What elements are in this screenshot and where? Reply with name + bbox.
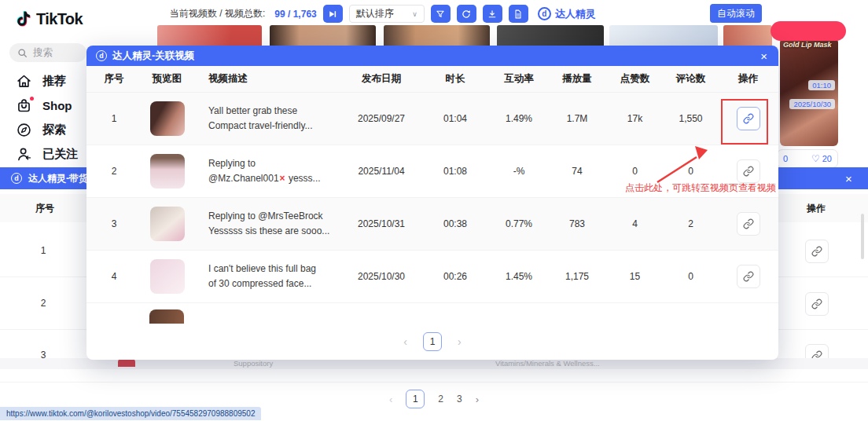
video-thumbnail[interactable] — [723, 25, 772, 46]
duration-badge: 01:10 — [808, 80, 835, 90]
modal-pagination: ‹ 1 › — [86, 324, 778, 360]
video-thumbnail[interactable] — [150, 259, 185, 294]
video-thumbnail[interactable] — [150, 207, 185, 241]
link-icon — [743, 166, 754, 177]
column-index: 序号 — [28, 194, 62, 222]
page-next-button[interactable]: › — [476, 394, 479, 405]
document-icon — [513, 9, 523, 19]
tiktok-logo[interactable]: TikTok — [14, 9, 83, 29]
cell-index: 1 — [86, 113, 142, 124]
date-badge: 2025/10/30 — [789, 99, 835, 109]
sidebar-item-following[interactable]: 已关注 — [0, 142, 86, 167]
search-placeholder: 搜索 — [33, 46, 53, 60]
column-header: 播放量 — [548, 72, 606, 86]
cell-comments: 1,550 — [664, 113, 718, 124]
download-button[interactable] — [483, 5, 502, 23]
sidebar-item-foryou[interactable]: 推荐 — [0, 69, 86, 93]
live-floating-badge[interactable] — [771, 21, 846, 41]
video-thumbnail — [149, 309, 184, 324]
shop-bag-icon — [16, 97, 32, 114]
video-thumbnail[interactable] — [157, 25, 262, 46]
open-video-link-button[interactable] — [737, 159, 760, 183]
cell-engagement: 0.77% — [490, 218, 548, 229]
auto-scroll-button[interactable]: 自动滚动 — [710, 4, 762, 23]
column-header: 序号 — [86, 72, 142, 86]
sidebar-nav: 推荐 Shop 探索 已关注 — [0, 69, 86, 167]
page-prev-button[interactable]: ‹ — [389, 394, 392, 405]
page-prev-button[interactable]: ‹ — [403, 335, 407, 348]
cell-views: 74 — [548, 166, 606, 177]
close-icon[interactable]: × — [845, 172, 852, 185]
refresh-button[interactable] — [457, 5, 476, 23]
close-icon[interactable]: × — [760, 49, 767, 63]
page-next-button[interactable]: › — [458, 335, 462, 348]
plugin-logo-icon: d — [11, 173, 22, 184]
cell-duration: 01:04 — [421, 113, 490, 124]
notification-dot — [30, 97, 34, 101]
search-input[interactable]: 搜索 — [9, 43, 86, 62]
cell-duration: 00:38 — [421, 218, 490, 229]
sidebar-item-explore[interactable]: 探索 — [0, 118, 86, 142]
page-button-active[interactable]: 1 — [423, 332, 442, 351]
cell-likes: 17k — [606, 113, 664, 124]
video-thumbnail[interactable] — [384, 25, 490, 46]
column-header: 预览图 — [142, 72, 193, 86]
plugin-logo-icon: d — [96, 50, 107, 61]
cell-engagement: 1.45% — [490, 271, 548, 282]
skip-forward-icon — [328, 9, 337, 19]
browser-status-bar: https://www.tiktok.com/@korilovestoshop/… — [0, 407, 261, 420]
video-thumbnail[interactable] — [270, 25, 376, 46]
link-icon — [811, 298, 822, 309]
video-thumbnail[interactable] — [150, 101, 185, 136]
page-pagination: ‹ 1 2 3 › — [0, 390, 868, 408]
chevron-down-icon: ∨ — [412, 10, 417, 18]
cell-index: 3 — [86, 218, 142, 229]
cell-views: 1.7M — [548, 113, 606, 124]
cell-description: Replying to @Mz.Chanel001× yesss... — [193, 156, 342, 185]
download-icon — [487, 9, 497, 19]
modal-title: 达人精灵-关联视频 — [112, 49, 194, 63]
cell-date: 2025/11/04 — [342, 166, 421, 177]
column-action: 操作 — [799, 194, 833, 222]
modal-header: d 达人精灵-关联视频 × — [86, 46, 778, 66]
cell-date: 2025/09/27 — [342, 113, 421, 124]
sort-dropdown-value: 默认排序 — [356, 7, 394, 20]
video-card[interactable]: Gold Lip Mask 01:10 2025/10/30 — [780, 38, 838, 146]
page-button[interactable]: 3 — [457, 394, 462, 405]
scrollbar[interactable] — [861, 214, 864, 259]
search-icon — [17, 48, 28, 58]
cell-date: 2025/10/30 — [342, 271, 421, 282]
open-video-link-button[interactable] — [805, 240, 829, 263]
report-button[interactable] — [509, 5, 528, 23]
skip-forward-button[interactable] — [323, 5, 343, 23]
page-button-active[interactable]: 1 — [406, 390, 425, 408]
cell-index: 2 — [86, 166, 142, 177]
cell-date: 2025/10/31 — [342, 218, 421, 229]
video-thumbnail[interactable] — [497, 25, 604, 46]
table-row: 3 Replying to @MrsTeeBrock Yesssss sis t… — [86, 198, 778, 251]
stat-count: 0 — [783, 154, 788, 163]
filter-icon — [436, 9, 445, 19]
page-button[interactable]: 2 — [438, 394, 443, 405]
sort-dropdown[interactable]: 默认排序 ∨ — [349, 5, 425, 23]
open-video-link-button[interactable] — [737, 265, 760, 288]
column-header: 发布日期 — [342, 72, 421, 86]
cell-description: I can't believe this full bag of 30 comp… — [193, 262, 342, 291]
cell-description: Yall better grab these Compact travel-fr… — [193, 104, 342, 133]
status-url: https://www.tiktok.com/@korilovestoshop/… — [6, 409, 255, 418]
link-icon — [743, 218, 754, 229]
video-count-value: 99 / 1,763 — [274, 9, 316, 20]
table-row: 4 I can't believe this full bag of 30 co… — [86, 251, 778, 303]
open-video-link-button[interactable] — [805, 292, 829, 316]
cell-views: 783 — [548, 218, 606, 229]
plugin-brand: d 达人精灵 — [538, 7, 596, 21]
open-video-link-button[interactable] — [737, 212, 760, 236]
table-row: 1 Yall better grab these Compact travel-… — [86, 93, 778, 145]
filter-button[interactable] — [431, 5, 451, 23]
video-thumbnail[interactable] — [150, 154, 185, 189]
plugin-name: 达人精灵 — [555, 7, 596, 21]
tiktok-note-icon — [14, 9, 33, 29]
video-thumbnail[interactable] — [609, 25, 718, 46]
column-header: 点赞数 — [606, 72, 664, 86]
sidebar-item-shop[interactable]: Shop — [0, 93, 86, 118]
